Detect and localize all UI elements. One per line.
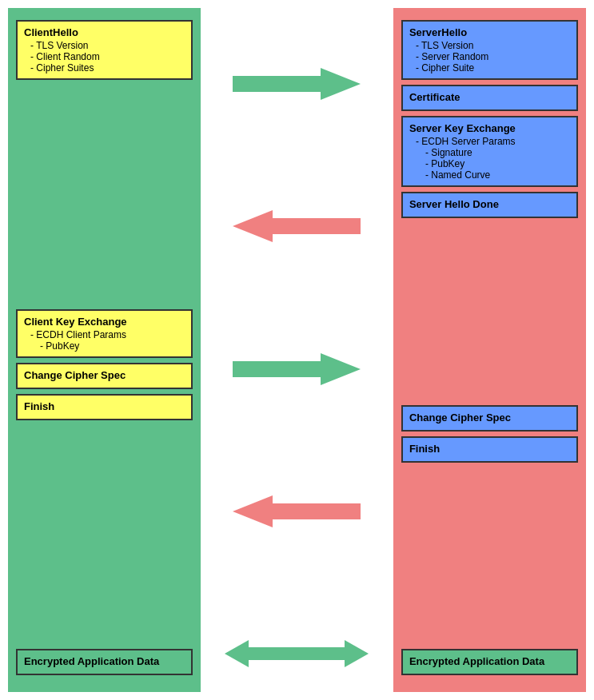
client-key-exchange-item-0: ECDH Client Params bbox=[24, 329, 185, 340]
server-key-exchange-subitem-2: Named Curve bbox=[409, 169, 570, 181]
server-key-exchange-title: Server Key Exchange bbox=[409, 122, 570, 134]
client-finish-box: Finish bbox=[16, 394, 193, 420]
arrow-both bbox=[225, 634, 369, 674]
client-key-exchange-box: Client Key Exchange ECDH Client Params P… bbox=[16, 309, 193, 358]
client-change-cipher-spec-title: Change Cipher Spec bbox=[24, 369, 185, 381]
svg-marker-2 bbox=[233, 353, 361, 385]
client-spacer-2 bbox=[16, 425, 193, 650]
server-key-exchange-subitem-0: Signature bbox=[409, 147, 570, 158]
client-hello-item-1: Client Random bbox=[24, 51, 185, 62]
middle-content bbox=[201, 8, 393, 692]
server-hello-item-1: Server Random bbox=[409, 51, 570, 62]
server-hello-done-title: Server Hello Done bbox=[409, 198, 570, 210]
server-panel: ServerHello TLS Version Server Random Ci… bbox=[393, 8, 586, 692]
client-spacer-1 bbox=[16, 85, 193, 309]
arrow-right-2 bbox=[233, 349, 361, 389]
server-hello-box: ServerHello TLS Version Server Random Ci… bbox=[401, 20, 578, 80]
arrow-slot-3 bbox=[233, 349, 361, 392]
server-finish-title: Finish bbox=[409, 443, 570, 455]
svg-rect-4 bbox=[241, 647, 353, 660]
client-hello-title: ClientHello bbox=[24, 26, 185, 38]
client-finish-title: Finish bbox=[24, 400, 185, 412]
svg-marker-3 bbox=[233, 495, 361, 527]
arrow-left-1 bbox=[233, 206, 361, 246]
server-hello-done-box: Server Hello Done bbox=[401, 192, 578, 218]
server-change-cipher-spec-title: Change Cipher Spec bbox=[409, 412, 570, 424]
server-finish-box: Finish bbox=[401, 436, 578, 463]
client-panel: ClientHello TLS Version Client Random Ci… bbox=[8, 8, 201, 692]
server-key-exchange-box: Server Key Exchange ECDH Server Params S… bbox=[401, 116, 578, 187]
client-key-exchange-title: Client Key Exchange bbox=[24, 316, 185, 328]
client-hello-box: ClientHello TLS Version Client Random Ci… bbox=[16, 20, 193, 80]
arrow-slot-2 bbox=[233, 206, 361, 249]
client-encrypted-app-data-box: Encrypted Application Data bbox=[16, 649, 193, 675]
server-spacer-2 bbox=[401, 467, 578, 650]
main-container: ClientHello TLS Version Client Random Ci… bbox=[0, 0, 594, 700]
svg-marker-5 bbox=[225, 640, 249, 667]
middle-panel bbox=[201, 8, 393, 692]
arrow-left-2 bbox=[233, 491, 361, 531]
client-change-cipher-spec-box: Change Cipher Spec bbox=[16, 363, 193, 389]
server-encrypted-app-data-box: Encrypted Application Data bbox=[401, 649, 578, 675]
arrow-right-1 bbox=[233, 64, 361, 104]
server-spacer-1 bbox=[401, 223, 578, 405]
server-hello-item-0: TLS Version bbox=[409, 40, 570, 51]
certificate-box: Certificate bbox=[401, 85, 578, 111]
server-encrypted-app-data-title: Encrypted Application Data bbox=[409, 655, 570, 667]
arrow-slot-5 bbox=[225, 634, 369, 676]
svg-marker-1 bbox=[233, 210, 361, 242]
server-key-exchange-subitem-1: PubKey bbox=[409, 158, 570, 169]
svg-marker-6 bbox=[345, 640, 369, 667]
svg-marker-0 bbox=[233, 68, 361, 100]
certificate-title: Certificate bbox=[409, 91, 570, 103]
client-key-exchange-subitem-0: PubKey bbox=[24, 340, 185, 352]
server-key-exchange-item-0: ECDH Server Params bbox=[409, 136, 570, 147]
client-hello-item-0: TLS Version bbox=[24, 40, 185, 51]
arrow-slot-4 bbox=[233, 491, 361, 534]
client-encrypted-app-data-title: Encrypted Application Data bbox=[24, 655, 185, 667]
server-change-cipher-spec-box: Change Cipher Spec bbox=[401, 405, 578, 432]
arrow-slot-1 bbox=[233, 64, 361, 106]
server-hello-title: ServerHello bbox=[409, 26, 570, 38]
client-hello-item-2: Cipher Suites bbox=[24, 62, 185, 74]
server-hello-item-2: Cipher Suite bbox=[409, 62, 570, 74]
